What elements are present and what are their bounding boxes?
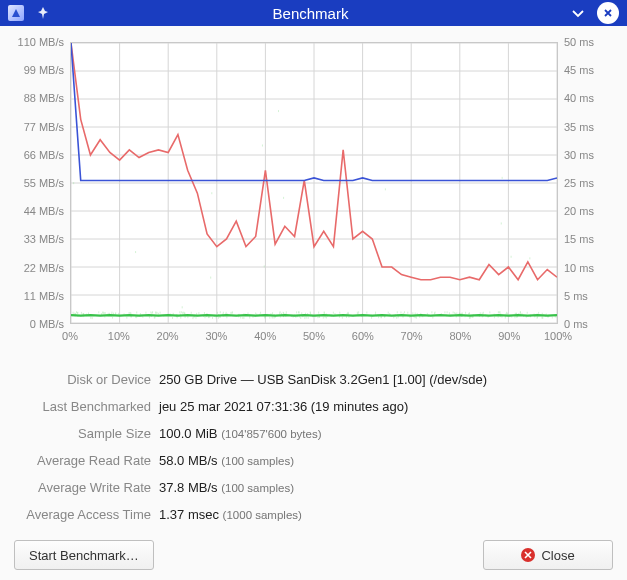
last-label: Last Benchmarked bbox=[14, 399, 159, 414]
y-axis-left: 0 MB/s11 MB/s22 MB/s33 MB/s44 MB/s55 MB/… bbox=[14, 36, 64, 346]
benchmark-chart: 0 MB/s11 MB/s22 MB/s33 MB/s44 MB/s55 MB/… bbox=[14, 36, 614, 346]
y-axis-right: 0 ms5 ms10 ms15 ms20 ms25 ms30 ms35 ms40… bbox=[564, 36, 614, 346]
chart-plot-area bbox=[70, 42, 558, 324]
info-row-read: Average Read Rate 58.0 MB/s (100 samples… bbox=[14, 447, 613, 474]
write-label: Average Write Rate bbox=[14, 480, 159, 495]
close-icon bbox=[521, 548, 535, 562]
last-value: jeu 25 mar 2021 07:31:36 (19 minutes ago… bbox=[159, 399, 408, 414]
sample-label: Sample Size bbox=[14, 426, 159, 441]
minimize-button[interactable] bbox=[567, 2, 589, 24]
info-row-write: Average Write Rate 37.8 MB/s (100 sample… bbox=[14, 474, 613, 501]
titlebar[interactable]: Benchmark bbox=[0, 0, 627, 26]
benchmark-info: Disk or Device 250 GB Drive — USB SanDis… bbox=[14, 366, 613, 528]
info-row-disk: Disk or Device 250 GB Drive — USB SanDis… bbox=[14, 366, 613, 393]
close-dialog-label: Close bbox=[541, 548, 574, 563]
start-benchmark-label: Start Benchmark… bbox=[29, 548, 139, 563]
pin-icon[interactable] bbox=[32, 2, 54, 24]
app-icon bbox=[8, 5, 24, 21]
sample-value: 100.0 MiB (104'857'600 bytes) bbox=[159, 426, 321, 441]
titlebar-title: Benchmark bbox=[54, 5, 567, 22]
content: 0 MB/s11 MB/s22 MB/s33 MB/s44 MB/s55 MB/… bbox=[0, 26, 627, 580]
start-benchmark-button[interactable]: Start Benchmark… bbox=[14, 540, 154, 570]
benchmark-window: Benchmark 0 MB/s11 MB/s22 MB/s33 MB/s44 … bbox=[0, 0, 627, 580]
close-dialog-button[interactable]: Close bbox=[483, 540, 613, 570]
info-row-sample: Sample Size 100.0 MiB (104'857'600 bytes… bbox=[14, 420, 613, 447]
info-row-last: Last Benchmarked jeu 25 mar 2021 07:31:3… bbox=[14, 393, 613, 420]
read-label: Average Read Rate bbox=[14, 453, 159, 468]
titlebar-right bbox=[567, 2, 619, 24]
access-label: Average Access Time bbox=[14, 507, 159, 522]
access-value: 1.37 msec (1000 samples) bbox=[159, 507, 302, 522]
disk-label: Disk or Device bbox=[14, 372, 159, 387]
read-value: 58.0 MB/s (100 samples) bbox=[159, 453, 294, 468]
close-button[interactable] bbox=[597, 2, 619, 24]
x-axis: 0%10%20%30%40%50%60%70%80%90%100% bbox=[70, 330, 558, 346]
info-row-access: Average Access Time 1.37 msec (1000 samp… bbox=[14, 501, 613, 528]
disk-value: 250 GB Drive — USB SanDisk 3.2Gen1 [1.00… bbox=[159, 372, 487, 387]
svg-marker-0 bbox=[12, 9, 20, 17]
titlebar-left bbox=[8, 2, 54, 24]
write-value: 37.8 MB/s (100 samples) bbox=[159, 480, 294, 495]
button-row: Start Benchmark… Close bbox=[14, 528, 613, 570]
